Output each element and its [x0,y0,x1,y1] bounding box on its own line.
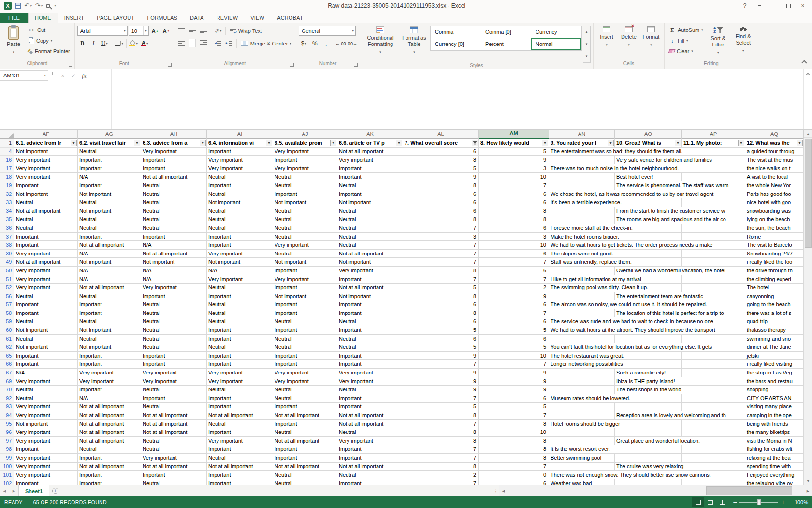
cell[interactable]: Not at all important [273,437,337,446]
cell[interactable]: Not important [337,198,403,207]
underline-button[interactable]: U▾ [100,38,110,48]
redo-button[interactable]: ↷▾ [35,2,42,9]
cell[interactable]: Not at all important [78,420,141,429]
cell[interactable]: Neutral [141,437,207,446]
cell[interactable]: Very important [14,437,78,446]
cell[interactable]: 6 [479,250,549,258]
comment-cells[interactable]: Staff was unfriendly, replace them. [549,258,745,267]
comment-cells[interactable]: Longer networking possibilities [549,360,745,369]
cell[interactable]: 5 [479,403,549,411]
merge-center-button[interactable]: Merge & Center▾ [239,38,293,49]
cell[interactable]: Important [14,479,78,485]
cell[interactable]: Important [14,233,78,241]
header-cell-AJ1[interactable]: 6.5. available prom▾ [273,139,337,148]
row-header-102[interactable]: 102 [0,479,14,485]
cell[interactable]: Important [78,360,141,369]
cell[interactable]: Not at all important [141,250,207,258]
cell[interactable]: Important [207,148,273,156]
cell[interactable]: Very important [273,164,337,173]
tab-home[interactable]: HOME [28,13,58,23]
cell[interactable]: Very important [273,369,337,377]
column-header-AJ[interactable]: AJ [273,130,337,139]
cell[interactable]: Not important [14,420,78,429]
cell[interactable]: 6 [403,198,479,207]
cell[interactable]: Neutral [141,479,207,485]
comment-cells[interactable]: The entertainment team are fantastic [549,292,745,301]
cell[interactable]: Very important [273,275,337,284]
cell[interactable]: Important [78,233,141,241]
comment-cells[interactable] [549,335,745,344]
cell[interactable]: Neutral [141,335,207,344]
cell[interactable]: 9 [479,377,549,386]
zoom-in-button[interactable]: + [781,499,785,505]
cell[interactable]: N/A [78,394,141,403]
comment-cells[interactable]: Better swimming pool [549,454,745,463]
cell[interactable]: Very important [207,437,273,446]
cell[interactable]: Not at all important [337,411,403,420]
comment-cells[interactable]: The location of this hotel is perfect fo… [549,309,745,318]
cell[interactable]: Neutral [337,386,403,394]
cell[interactable]: Important [78,300,141,309]
cell[interactable]: Very important [14,250,78,258]
italic-button[interactable]: I [88,38,99,48]
cell[interactable]: Neutral [14,292,78,301]
cell[interactable]: 7 [479,258,549,267]
cell[interactable]: Important [14,181,78,190]
cell[interactable]: 6 [479,479,549,485]
cell[interactable]: 7 [403,394,479,403]
cell[interactable]: Neutral [337,215,403,224]
cell[interactable]: 6 [479,317,549,326]
cell[interactable]: Important [78,164,141,173]
header-cell-AO1[interactable]: 10. Great! What is▾ [615,139,682,148]
cell[interactable]: Neutral [141,215,207,224]
cell[interactable]: dinner at The Jane [745,343,804,352]
cell[interactable]: 7 [403,250,479,258]
cell[interactable]: Neutral [14,215,78,224]
cell[interactable]: 7 [403,224,479,233]
comment-cells[interactable]: The cruise was very relaxing [549,463,745,471]
cell[interactable]: 8 [479,207,549,216]
row-header-39[interactable]: 39 [0,250,14,258]
vertical-scrollbar[interactable]: ▲ ▼ [804,130,812,485]
cell[interactable]: 5 [403,343,479,352]
row-header-61[interactable]: 61 [0,335,14,344]
cell[interactable]: Very important [14,403,78,411]
header-cell-AM1[interactable]: 8. How likely would▾ [479,139,549,148]
comment-cells[interactable]: The hotel restaurant was great. [549,352,745,360]
cell[interactable]: Very important [207,250,273,258]
cell[interactable]: Important [207,292,273,301]
cell[interactable]: going to the beach [745,300,804,309]
row-header-51[interactable]: 51 [0,275,14,284]
insert-function-button[interactable]: fx [79,71,89,81]
cell[interactable]: 10 [479,428,549,437]
cell[interactable]: Important [273,403,337,411]
cell[interactable]: Important [337,403,403,411]
comment-cells[interactable]: There was too much noise in the hotel ne… [549,164,745,173]
cell[interactable]: 8 [403,156,479,164]
cell[interactable]: N/A [14,369,78,377]
cell[interactable]: Neutral [141,198,207,207]
cell[interactable]: Neutral [273,181,337,190]
column-header-AH[interactable]: AH [141,130,207,139]
cell[interactable]: Neutral [337,241,403,250]
comment-cells[interactable]: Museum rates should be lowered. [549,394,745,403]
scroll-left-button[interactable]: ◀ [499,485,508,496]
cell[interactable]: Neutral [207,190,273,199]
clipboard-dialog-launcher[interactable] [69,63,72,67]
cell[interactable]: 8 [479,445,549,454]
cell[interactable]: Important [14,309,78,318]
header-cell-AN1[interactable]: 9. You rated your l▾ [549,139,615,148]
comment-cells[interactable]: You can't fault this hotel for location … [549,343,745,352]
comment-cells[interactable]: Make the hotel rooms bigger. [549,233,745,241]
comment-cells[interactable]: The service was rude and we had to wait … [549,317,745,326]
gallery-more-button[interactable]: ▾ [583,50,590,62]
cell[interactable]: Neutral [273,250,337,258]
cell[interactable]: Not at all important [337,420,403,429]
comment-cells[interactable] [549,403,745,411]
cell[interactable]: Important [14,445,78,454]
cell[interactable]: the sun, the beach [745,224,804,233]
cell[interactable]: 0 [479,471,549,479]
cell[interactable]: 10 [479,173,549,181]
cell[interactable]: 7 [403,479,479,485]
gallery-up-button[interactable]: ▴ [583,26,590,38]
